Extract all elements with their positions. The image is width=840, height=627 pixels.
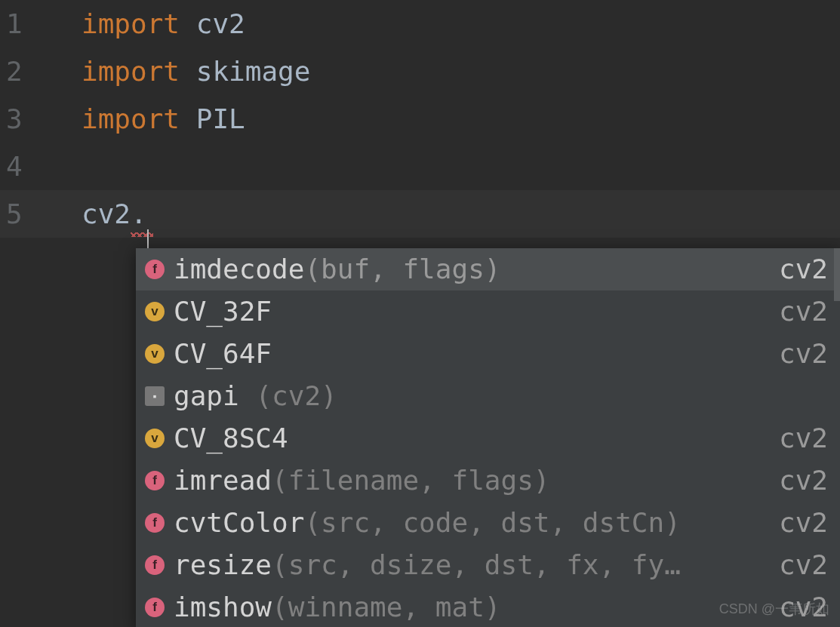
func-icon: f — [145, 555, 165, 575]
completion-origin: cv2 — [779, 502, 828, 544]
completion-params: (src, code, dst, dstCn) — [304, 502, 681, 544]
code-content: cv2. — [45, 190, 147, 238]
var-icon: v — [145, 302, 165, 321]
error-squiggle: . — [131, 198, 147, 229]
completion-origin: cv2 — [779, 417, 828, 459]
autocomplete-item[interactable]: fresize(src, dsize, dst, fx, fy…cv2 — [136, 544, 840, 586]
popup-scrollbar[interactable] — [834, 248, 840, 301]
completion-name: resize — [174, 544, 272, 586]
autocomplete-item[interactable]: ▪gapi (cv2) — [136, 375, 840, 417]
code-content: import skimage — [45, 48, 310, 95]
line-number: 2 — [0, 48, 45, 95]
code-line[interactable]: 4 — [0, 143, 840, 190]
completion-name: imdecode — [174, 248, 304, 290]
completion-name: CV_8SC4 — [174, 417, 288, 459]
completion-params: (cv2) — [239, 375, 337, 417]
code-line-active[interactable]: 5 cv2. — [0, 190, 840, 238]
completion-params: (winname, mat) — [272, 586, 500, 627]
func-icon: f — [145, 513, 165, 533]
completion-origin: cv2 — [779, 459, 828, 502]
completion-origin: cv2 — [779, 544, 828, 586]
code-content: import cv2 — [45, 0, 245, 48]
func-icon: f — [145, 260, 165, 279]
func-icon: f — [145, 471, 165, 490]
line-number: 5 — [0, 190, 45, 238]
completion-name: imread — [174, 459, 272, 502]
autocomplete-item[interactable]: fimread(filename, flags)cv2 — [136, 459, 840, 502]
autocomplete-item[interactable]: vCV_8SC4cv2 — [136, 417, 840, 459]
completion-name: CV_64F — [174, 333, 272, 375]
completion-origin: cv2 — [779, 248, 828, 290]
completion-name: imshow — [174, 586, 272, 627]
code-content: import PIL — [45, 95, 245, 143]
completion-name: cvtColor — [174, 502, 304, 544]
var-icon: v — [145, 429, 165, 448]
code-line[interactable]: 1 import cv2 — [0, 0, 840, 48]
autocomplete-item[interactable]: fcvtColor(src, code, dst, dstCn)cv2 — [136, 502, 840, 544]
code-line[interactable]: 3 import PIL — [0, 95, 840, 143]
autocomplete-item[interactable]: vCV_32Fcv2 — [136, 290, 840, 333]
line-number: 1 — [0, 0, 45, 48]
completion-params: (buf, flags) — [304, 248, 500, 290]
completion-params: (src, dsize, dst, fx, fy… — [272, 544, 681, 586]
line-number: 3 — [0, 95, 45, 143]
completion-name: gapi — [174, 375, 239, 417]
completion-name: CV_32F — [174, 290, 272, 333]
completion-origin: cv2 — [779, 290, 828, 333]
watermark-text: CSDN @一苇所如 — [719, 600, 829, 618]
completion-origin: cv2 — [779, 333, 828, 375]
module-icon: ▪ — [145, 386, 165, 406]
autocomplete-item[interactable]: vCV_64Fcv2 — [136, 333, 840, 375]
var-icon: v — [145, 344, 165, 364]
code-line[interactable]: 2 import skimage — [0, 48, 840, 95]
autocomplete-popup[interactable]: fimdecode(buf, flags)cv2vCV_32Fcv2vCV_64… — [136, 248, 840, 627]
line-number: 4 — [0, 143, 45, 190]
completion-params: (filename, flags) — [272, 459, 549, 502]
autocomplete-item[interactable]: fimdecode(buf, flags)cv2 — [136, 248, 840, 290]
func-icon: f — [145, 598, 165, 617]
